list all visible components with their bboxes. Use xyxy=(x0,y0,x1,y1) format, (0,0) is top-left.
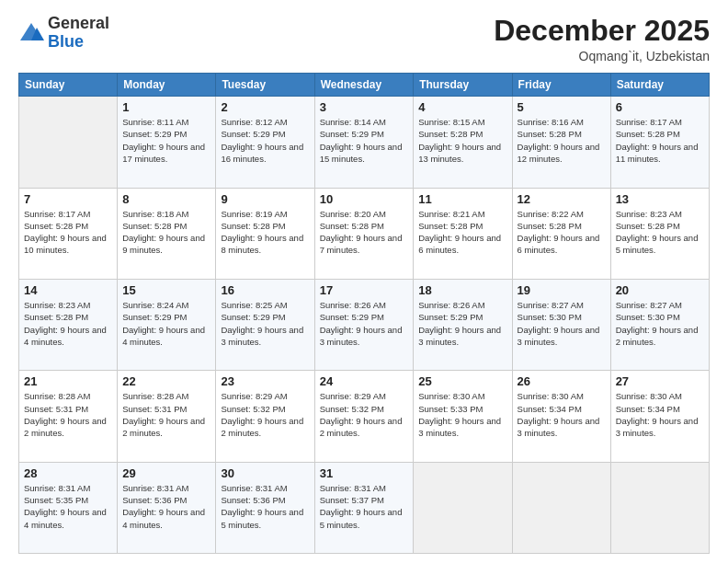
calendar-week-row: 7Sunrise: 8:17 AMSunset: 5:28 PMDaylight… xyxy=(19,188,710,279)
day-info: Sunrise: 8:14 AMSunset: 5:29 PMDaylight:… xyxy=(320,116,409,165)
day-info: Sunrise: 8:28 AMSunset: 5:31 PMDaylight:… xyxy=(122,390,210,439)
calendar-cell xyxy=(414,462,512,553)
day-info: Sunrise: 8:27 AMSunset: 5:30 PMDaylight:… xyxy=(518,299,606,348)
day-number: 30 xyxy=(221,466,309,480)
day-number: 25 xyxy=(418,374,506,388)
day-info: Sunrise: 8:21 AMSunset: 5:28 PMDaylight:… xyxy=(418,208,506,257)
weekday-header-friday: Friday xyxy=(512,74,610,97)
calendar-cell: 26Sunrise: 8:30 AMSunset: 5:34 PMDayligh… xyxy=(512,371,610,462)
calendar-cell: 24Sunrise: 8:29 AMSunset: 5:32 PMDayligh… xyxy=(314,371,414,462)
calendar-cell: 13Sunrise: 8:23 AMSunset: 5:28 PMDayligh… xyxy=(610,188,709,279)
day-number: 17 xyxy=(320,283,409,297)
day-info: Sunrise: 8:23 AMSunset: 5:28 PMDaylight:… xyxy=(24,299,112,348)
calendar-cell: 29Sunrise: 8:31 AMSunset: 5:36 PMDayligh… xyxy=(118,462,216,553)
calendar-cell: 2Sunrise: 8:12 AMSunset: 5:29 PMDaylight… xyxy=(216,97,314,188)
day-number: 3 xyxy=(320,100,409,114)
calendar-week-row: 28Sunrise: 8:31 AMSunset: 5:35 PMDayligh… xyxy=(19,462,710,553)
weekday-header-thursday: Thursday xyxy=(414,74,512,97)
calendar-cell: 1Sunrise: 8:11 AMSunset: 5:29 PMDaylight… xyxy=(118,97,216,188)
day-number: 29 xyxy=(122,466,210,480)
day-number: 18 xyxy=(418,283,506,297)
calendar-cell: 30Sunrise: 8:31 AMSunset: 5:36 PMDayligh… xyxy=(216,462,314,553)
day-info: Sunrise: 8:19 AMSunset: 5:28 PMDaylight:… xyxy=(221,208,309,257)
calendar-cell: 7Sunrise: 8:17 AMSunset: 5:28 PMDaylight… xyxy=(19,188,118,279)
day-number: 9 xyxy=(221,192,309,206)
day-info: Sunrise: 8:25 AMSunset: 5:29 PMDaylight:… xyxy=(221,299,309,348)
day-info: Sunrise: 8:17 AMSunset: 5:28 PMDaylight:… xyxy=(616,116,704,165)
calendar-cell: 17Sunrise: 8:26 AMSunset: 5:29 PMDayligh… xyxy=(314,279,414,370)
day-number: 15 xyxy=(122,283,210,297)
day-number: 23 xyxy=(221,374,309,388)
day-info: Sunrise: 8:29 AMSunset: 5:32 PMDaylight:… xyxy=(221,390,309,439)
calendar-cell xyxy=(610,462,709,553)
calendar-cell: 18Sunrise: 8:26 AMSunset: 5:29 PMDayligh… xyxy=(414,279,512,370)
day-number: 1 xyxy=(122,100,210,114)
day-info: Sunrise: 8:16 AMSunset: 5:28 PMDaylight:… xyxy=(518,116,606,165)
day-info: Sunrise: 8:30 AMSunset: 5:34 PMDaylight:… xyxy=(616,390,704,439)
calendar-cell: 15Sunrise: 8:24 AMSunset: 5:29 PMDayligh… xyxy=(118,279,216,370)
calendar-cell: 16Sunrise: 8:25 AMSunset: 5:29 PMDayligh… xyxy=(216,279,314,370)
day-info: Sunrise: 8:31 AMSunset: 5:35 PMDaylight:… xyxy=(24,482,112,531)
day-number: 19 xyxy=(518,283,606,297)
day-number: 7 xyxy=(24,192,112,206)
calendar-table: SundayMondayTuesdayWednesdayThursdayFrid… xyxy=(18,73,710,554)
day-info: Sunrise: 8:30 AMSunset: 5:34 PMDaylight:… xyxy=(518,390,606,439)
page: General Blue December 2025 Oqmang`it, Uz… xyxy=(0,0,728,563)
day-info: Sunrise: 8:18 AMSunset: 5:28 PMDaylight:… xyxy=(122,208,210,257)
calendar-cell: 28Sunrise: 8:31 AMSunset: 5:35 PMDayligh… xyxy=(19,462,118,553)
day-info: Sunrise: 8:15 AMSunset: 5:28 PMDaylight:… xyxy=(418,116,506,165)
calendar-cell: 31Sunrise: 8:31 AMSunset: 5:37 PMDayligh… xyxy=(314,462,414,553)
weekday-header-sunday: Sunday xyxy=(19,74,118,97)
calendar-cell: 9Sunrise: 8:19 AMSunset: 5:28 PMDaylight… xyxy=(216,188,314,279)
day-info: Sunrise: 8:20 AMSunset: 5:28 PMDaylight:… xyxy=(320,208,409,257)
calendar-cell: 21Sunrise: 8:28 AMSunset: 5:31 PMDayligh… xyxy=(19,371,118,462)
day-number: 2 xyxy=(221,100,309,114)
day-info: Sunrise: 8:31 AMSunset: 5:37 PMDaylight:… xyxy=(320,482,409,531)
calendar-cell: 20Sunrise: 8:27 AMSunset: 5:30 PMDayligh… xyxy=(610,279,709,370)
calendar-cell: 4Sunrise: 8:15 AMSunset: 5:28 PMDaylight… xyxy=(414,97,512,188)
weekday-header-row: SundayMondayTuesdayWednesdayThursdayFrid… xyxy=(19,74,710,97)
day-info: Sunrise: 8:24 AMSunset: 5:29 PMDaylight:… xyxy=(122,299,210,348)
calendar-cell: 11Sunrise: 8:21 AMSunset: 5:28 PMDayligh… xyxy=(414,188,512,279)
calendar-week-row: 21Sunrise: 8:28 AMSunset: 5:31 PMDayligh… xyxy=(19,371,710,462)
day-info: Sunrise: 8:12 AMSunset: 5:29 PMDaylight:… xyxy=(221,116,309,165)
calendar-cell: 6Sunrise: 8:17 AMSunset: 5:28 PMDaylight… xyxy=(610,97,709,188)
day-info: Sunrise: 8:22 AMSunset: 5:28 PMDaylight:… xyxy=(518,208,606,257)
day-number: 26 xyxy=(518,374,606,388)
day-number: 16 xyxy=(221,283,309,297)
day-info: Sunrise: 8:26 AMSunset: 5:29 PMDaylight:… xyxy=(320,299,409,348)
location: Oqmang`it, Uzbekistan xyxy=(494,49,710,63)
day-number: 24 xyxy=(320,374,409,388)
day-number: 22 xyxy=(122,374,210,388)
calendar-cell: 3Sunrise: 8:14 AMSunset: 5:29 PMDaylight… xyxy=(314,97,414,188)
day-number: 21 xyxy=(24,374,112,388)
day-number: 6 xyxy=(616,100,704,114)
day-number: 10 xyxy=(320,192,409,206)
day-info: Sunrise: 8:28 AMSunset: 5:31 PMDaylight:… xyxy=(24,390,112,439)
day-info: Sunrise: 8:30 AMSunset: 5:33 PMDaylight:… xyxy=(418,390,506,439)
day-info: Sunrise: 8:23 AMSunset: 5:28 PMDaylight:… xyxy=(616,208,704,257)
day-number: 13 xyxy=(616,192,704,206)
day-info: Sunrise: 8:27 AMSunset: 5:30 PMDaylight:… xyxy=(616,299,704,348)
logo-icon xyxy=(18,20,44,46)
day-number: 14 xyxy=(24,283,112,297)
day-info: Sunrise: 8:26 AMSunset: 5:29 PMDaylight:… xyxy=(418,299,506,348)
calendar-cell: 22Sunrise: 8:28 AMSunset: 5:31 PMDayligh… xyxy=(118,371,216,462)
day-number: 28 xyxy=(24,466,112,480)
day-number: 27 xyxy=(616,374,704,388)
calendar-cell xyxy=(19,97,118,188)
day-number: 5 xyxy=(518,100,606,114)
calendar-cell: 14Sunrise: 8:23 AMSunset: 5:28 PMDayligh… xyxy=(19,279,118,370)
calendar-cell: 10Sunrise: 8:20 AMSunset: 5:28 PMDayligh… xyxy=(314,188,414,279)
day-info: Sunrise: 8:31 AMSunset: 5:36 PMDaylight:… xyxy=(122,482,210,531)
weekday-header-wednesday: Wednesday xyxy=(314,74,414,97)
day-number: 12 xyxy=(518,192,606,206)
weekday-header-monday: Monday xyxy=(118,74,216,97)
calendar-cell: 25Sunrise: 8:30 AMSunset: 5:33 PMDayligh… xyxy=(414,371,512,462)
day-number: 4 xyxy=(418,100,506,114)
calendar-cell: 27Sunrise: 8:30 AMSunset: 5:34 PMDayligh… xyxy=(610,371,709,462)
weekday-header-tuesday: Tuesday xyxy=(216,74,314,97)
calendar-cell: 19Sunrise: 8:27 AMSunset: 5:30 PMDayligh… xyxy=(512,279,610,370)
calendar-cell: 5Sunrise: 8:16 AMSunset: 5:28 PMDaylight… xyxy=(512,97,610,188)
logo-blue-text: Blue xyxy=(48,32,84,51)
